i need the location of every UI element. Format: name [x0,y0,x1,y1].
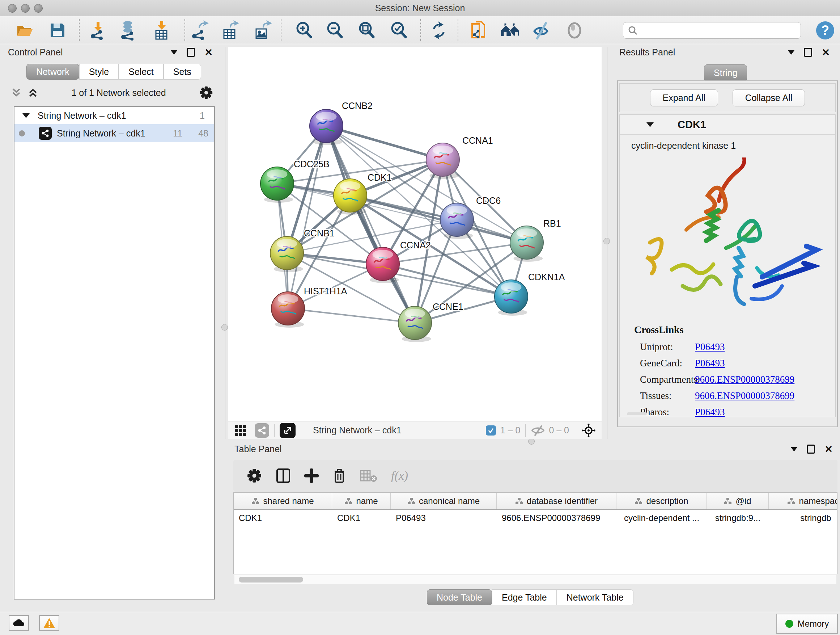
tab-select[interactable]: Select [118,64,163,80]
import-network-database-icon[interactable] [118,20,139,41]
node-HIST1H1A[interactable]: HIST1H1A [271,286,347,328]
network-status-dot-icon [19,130,25,136]
panel-float-icon[interactable] [804,48,812,57]
entry-collapse-icon[interactable] [646,122,654,127]
edge-HIST1H1A-CCNE1[interactable] [288,309,415,323]
import-network-file-icon[interactable] [88,20,109,41]
export-table-icon[interactable] [220,20,241,41]
cloud-button[interactable] [9,615,29,631]
zoom-selected-icon[interactable] [388,20,409,41]
tab-node-table[interactable]: Node Table [427,589,492,605]
show-columns-icon[interactable] [276,468,291,484]
tree-expand-icon[interactable] [22,113,30,118]
collapse-all-icon[interactable] [11,87,22,98]
column-header-description[interactable]: description [616,493,707,509]
entry-scrollbar-thumb[interactable] [627,412,647,415]
node-CDKN1A[interactable]: CDKN1A [494,272,565,316]
detach-view-icon[interactable] [279,423,295,438]
left-splitter-handle[interactable] [221,324,228,331]
home-pages-icon[interactable] [500,20,521,41]
panel-close-icon[interactable]: ✕ [821,49,830,56]
tab-sets[interactable]: Sets [164,64,201,80]
memory-button[interactable]: Memory [776,614,838,634]
search-input[interactable] [638,25,791,36]
crosslink-link[interactable]: 9606.ENSP00000378699 [695,390,794,402]
expand-all-button[interactable]: Expand All [650,89,718,106]
table-cell[interactable]: cyclin-dependent ... [616,513,707,523]
table-cell[interactable]: stringdb [769,513,837,523]
tab-network[interactable]: Network [27,64,79,80]
warning-icon [43,617,56,629]
help-icon[interactable]: ? [815,20,836,41]
network-collection-row[interactable]: String Network – cdk1 1 [14,107,214,124]
network-options-gear-icon[interactable] [199,86,213,100]
table-hscrollbar[interactable] [234,575,836,584]
table-tabs: Node TableEdge TableNetwork Table [427,589,633,605]
open-session-icon[interactable] [14,20,35,41]
annotations-icon[interactable] [469,20,490,41]
node-CCNB1[interactable]: CCNB1 [270,228,335,272]
column-header-name[interactable]: name [332,493,391,509]
node-RB1[interactable]: RB1 [510,218,561,262]
panel-close-icon[interactable]: ✕ [824,446,833,453]
collapse-all-button[interactable]: Collapse All [733,89,805,106]
table-options-gear-icon[interactable] [246,468,262,484]
grid-view-icon[interactable] [234,424,247,437]
warning-button[interactable] [39,615,59,631]
tab-edge-table[interactable]: Edge Table [492,589,557,605]
column-header-database-identifier[interactable]: database identifier [497,493,616,509]
network-share-view-icon[interactable] [255,423,269,438]
node-CCNA1[interactable]: CCNA1 [426,135,493,179]
delete-column-icon[interactable] [332,468,346,484]
network-row-selected[interactable]: String Network – cdk1 11 48 [14,124,214,142]
table-cell[interactable]: CDK1 [332,513,391,523]
tab-style[interactable]: Style [79,64,119,80]
import-table-file-icon[interactable] [151,20,172,41]
crosslink-link[interactable]: P06493 [695,341,725,353]
table-cell[interactable]: CDK1 [234,513,332,523]
show-all-icon[interactable] [564,20,585,41]
column-header-shared-name[interactable]: shared name [234,493,332,509]
network-view-canvas[interactable]: CCNB2CCNA1CDC25BCDK1CDC6RB1CCNB1CCNA2CDK… [228,47,602,421]
selected-checkbox-icon[interactable] [486,425,496,435]
node-label-CCNA2: CCNA2 [400,240,431,250]
zoom-in-icon[interactable] [294,20,315,41]
node-CCNE1[interactable]: CCNE1 [398,302,463,342]
results-tab-string[interactable]: String [704,65,747,81]
hide-unselected-icon[interactable] [531,20,552,41]
panel-float-icon[interactable] [187,48,195,57]
table-cell[interactable]: 9606.ENSP00000378699 [497,513,616,523]
column-header-@id[interactable]: @id [707,493,769,509]
panel-float-icon[interactable] [807,445,815,454]
right-splitter-handle[interactable] [603,238,610,244]
collection-count: 1 [200,111,205,121]
birdseye-crosshair-icon[interactable] [581,423,596,438]
crosslink-link[interactable]: P06493 [695,407,725,418]
save-session-icon[interactable] [47,20,68,41]
export-network-icon[interactable] [189,20,210,41]
table-row[interactable]: CDK1CDK1P064939606.ENSP00000378699cyclin… [234,510,837,526]
panel-menu-icon[interactable] [788,50,794,55]
search-field[interactable] [623,22,801,39]
node-label-CDK1: CDK1 [368,172,392,182]
panel-menu-icon[interactable] [791,447,797,451]
panel-close-icon[interactable]: ✕ [204,49,213,56]
add-column-icon[interactable] [304,469,319,483]
table-hscrollbar-thumb[interactable] [239,577,303,583]
table-cell[interactable]: P06493 [391,513,497,523]
refresh-icon[interactable] [428,20,449,41]
node-CCNB2[interactable]: CCNB2 [309,101,373,145]
crosslink-link[interactable]: P06493 [695,358,725,369]
panel-menu-icon[interactable] [171,50,177,55]
zoom-fit-icon[interactable] [356,20,377,41]
column-header-canonical-name[interactable]: canonical name [391,493,497,509]
zoom-out-icon[interactable] [325,20,346,41]
table-cell[interactable]: stringdb:9... [707,513,769,523]
node-table[interactable]: shared namenamecanonical namedatabase id… [233,492,837,574]
export-image-icon[interactable] [252,20,273,41]
crosslink-link[interactable]: 9606.ENSP00000378699 [695,374,794,385]
tab-network-table[interactable]: Network Table [557,589,633,605]
expand-all-icon[interactable] [27,87,38,98]
column-header-namespace[interactable]: namespace [769,493,837,509]
entry-header[interactable]: CDK1 [620,115,835,135]
